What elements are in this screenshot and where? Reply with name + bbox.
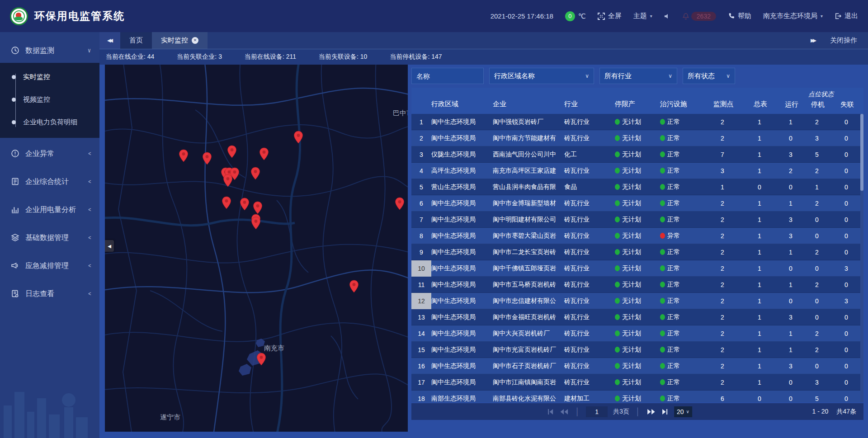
close-operations-button[interactable]: 关闭操作 (830, 36, 857, 45)
table-row[interactable]: 2阆中生态环境局阆中市南方节能建材有砖瓦行业无计划正常21030 (411, 130, 863, 146)
table-row[interactable]: 16阆中生态环境局阆中市石子页岩机砖厂砖瓦行业无计划正常21300 (411, 358, 863, 374)
exit-icon (835, 13, 841, 19)
tabs-scroll-right-button[interactable]: ◀◀ (811, 38, 816, 43)
plan-status-cell: 无计划 (615, 134, 660, 142)
sidebar-item-label: 企业异常 (25, 149, 88, 159)
table-row[interactable]: 10阆中生态环境局阆中千佛镇五郎垭页岩砖瓦行业无计划正常21003 (411, 260, 863, 277)
status-dot-icon (660, 282, 665, 287)
bullet-icon (12, 120, 16, 124)
company-cell: 阆中市忠信建材有限公 (493, 297, 564, 305)
stopped-cell: 2 (805, 281, 831, 288)
table-row[interactable]: 14阆中生态环境局阆中大兴页岩机砖厂砖瓦行业无计划正常21120 (411, 325, 863, 342)
scrollbar-thumb[interactable] (860, 114, 863, 191)
facility-status-cell: 正常 (660, 248, 704, 256)
sidebar-subitem-1[interactable]: 视频监控 (0, 88, 99, 111)
tab-realtime-monitor[interactable]: 实时监控 ✕ (152, 32, 208, 49)
row-index-cell: 1 (411, 114, 431, 130)
tab-home[interactable]: 首页 (120, 32, 152, 49)
notification-count-badge: 2632 (691, 12, 716, 21)
chevron-down-icon: ∨ (686, 409, 689, 414)
sidebar-item-6[interactable]: 日志查看< (0, 282, 99, 306)
table-row[interactable]: 1阆中生态环境局阆中强锐页岩砖厂砖瓦行业无计划正常21120 (411, 114, 863, 130)
status-dot-icon (615, 347, 620, 353)
row-index-cell: 7 (411, 212, 431, 228)
region-cell: 阆中生态环境局 (431, 281, 493, 289)
running-cell: 1 (778, 330, 805, 337)
status-dot-icon (615, 200, 620, 206)
table-row[interactable]: 17阆中生态环境局阆中市江南镇阆南页岩砖瓦行业无计划正常21030 (411, 374, 863, 391)
name-filter-field[interactable] (411, 68, 484, 84)
disconnected-cell: 0 (831, 281, 863, 288)
help-button[interactable]: 帮助 (728, 12, 751, 20)
chevron-down-icon: ∨ (726, 73, 730, 79)
sidebar-collapse-handle[interactable]: ◀ (105, 240, 114, 252)
sidebar-item-3[interactable]: 企业用电量分析< (0, 198, 99, 222)
table-row[interactable]: 7阆中生态环境局阆中明阳建材有限公司砖瓦行业无计划正常21300 (411, 212, 863, 228)
table-row[interactable]: 8阆中生态环境局阆中市枣碧大梁山页岩砖瓦行业无计划异常21300 (411, 228, 863, 244)
org-dropdown[interactable]: 南充市生态环境局▾ (763, 12, 823, 20)
table-row[interactable]: 6阆中生态环境局阆中市金博瑞新型墙材砖瓦行业无计划正常21120 (411, 195, 863, 212)
company-cell: 阆中明阳建材有限公司 (493, 216, 564, 224)
tabs-scroll-left-button[interactable]: ◀◀ (99, 32, 120, 49)
map-panel[interactable]: 巴中市南充市遂宁市 ◀ (105, 65, 408, 432)
table-row[interactable]: 9阆中生态环境局阆中市二龙长宝页岩砖砖瓦行业无计划正常21120 (411, 244, 863, 260)
page-number-input[interactable] (586, 406, 608, 417)
running-cell: 1 (778, 346, 805, 353)
logout-button[interactable]: 退出 (835, 12, 858, 20)
sidebar-item-1[interactable]: 企业异常< (0, 141, 99, 166)
chevron-down-icon: ▾ (650, 14, 652, 19)
sidebar-item-5[interactable]: 应急减排管理< (0, 254, 99, 278)
stopped-cell: 2 (805, 118, 831, 126)
group-column-header-2: 失联 (831, 100, 863, 109)
app-logo (10, 7, 28, 25)
page-size-select[interactable]: 20 ∨ (674, 406, 692, 417)
first-page-button[interactable] (547, 409, 554, 415)
company-cell: 南充市高坪区王家店建 (493, 167, 564, 175)
sidebar-item-2[interactable]: 企业综合统计< (0, 170, 99, 194)
table-row[interactable]: 11阆中生态环境局阆中市五马桥页岩机砖砖瓦行业无计划正常21120 (411, 277, 863, 293)
sidebar-item-0[interactable]: 数据监测∨ (0, 38, 99, 63)
stopped-cell: 0 (805, 232, 831, 240)
industry-cell: 砖瓦行业 (564, 264, 615, 273)
stopped-cell: 2 (805, 330, 831, 337)
region-cell: 阆中生态环境局 (431, 330, 493, 338)
stat-item-4: 当前停机设备: 147 (390, 53, 442, 61)
map[interactable]: 巴中市南充市遂宁市 (105, 65, 408, 432)
region-filter-select[interactable]: 行政区域名称 ∨ (489, 68, 594, 84)
plan-status-cell: 无计划 (615, 313, 660, 321)
status-filter-select[interactable]: 所有状态 ∨ (683, 68, 735, 84)
table-row[interactable]: 18南部生态环境局南部县砖化水泥有限公建材加工无计划正常60050 (411, 391, 863, 402)
company-cell: 阆中市光富页岩机砖厂 (493, 346, 564, 354)
table-row[interactable]: 15阆中生态环境局阆中市光富页岩机砖厂砖瓦行业无计划正常21120 (411, 342, 863, 358)
running-cell: 0 (778, 265, 805, 272)
stopped-cell: 0 (805, 314, 831, 321)
industry-cell: 砖瓦行业 (564, 216, 615, 224)
table-row[interactable]: 5营山生态环境局营山县润丰肉食品有限食品无计划正常10010 (411, 179, 863, 195)
region-cell: 阆中生态环境局 (431, 216, 493, 224)
disconnected-cell: 0 (831, 151, 863, 158)
table-row[interactable]: 4高坪生态环境局南充市高坪区王家店建砖瓦行业无计划正常31220 (411, 163, 863, 179)
sidebar-subitem-2[interactable]: 企业电力负荷明细 (0, 111, 99, 133)
name-filter-input[interactable] (416, 72, 479, 80)
next-page-button[interactable] (646, 409, 656, 415)
sidebar-subitem-0[interactable]: 实时监控 (0, 66, 99, 88)
last-page-button[interactable] (661, 409, 669, 415)
sound-button[interactable] (664, 13, 670, 19)
region-cell: 阆中生态环境局 (431, 248, 493, 256)
table-row[interactable]: 3仪陇生态环境局西南油气田分公司川中化工无计划正常71350 (411, 146, 863, 163)
running-cell: 2 (778, 167, 805, 174)
status-dot-icon (615, 151, 620, 157)
industry-filter-select[interactable]: 所有行业 ∨ (599, 68, 677, 84)
close-tab-icon[interactable]: ✕ (192, 37, 198, 44)
table-scrollbar[interactable] (860, 114, 863, 402)
company-cell: 阆中市石子页岩机砖厂 (493, 362, 564, 370)
notifications-button[interactable]: 2632 (682, 12, 716, 21)
theme-dropdown[interactable]: 主题▾ (633, 12, 652, 20)
monitor-points-cell: 2 (704, 232, 742, 240)
facility-status-cell: 正常 (660, 167, 704, 175)
fullscreen-button[interactable]: 全屏 (598, 12, 622, 20)
table-row[interactable]: 13阆中生态环境局阆中市金福旺页岩机砖砖瓦行业无计划正常21300 (411, 309, 863, 325)
sidebar-item-4[interactable]: 基础数据管理< (0, 226, 99, 250)
prev-page-button[interactable] (560, 409, 569, 415)
table-row[interactable]: 12阆中生态环境局阆中市忠信建材有限公砖瓦行业无计划正常21003 (411, 293, 863, 309)
